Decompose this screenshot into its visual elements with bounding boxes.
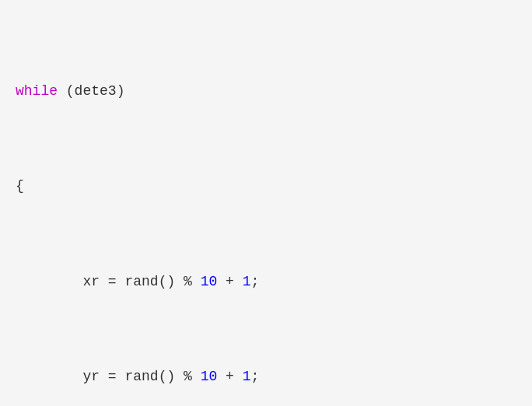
line-3: xr = rand() % 10 + 1; [16,270,516,294]
number-10b: 10 [201,369,218,384]
line-1: while (dete3) [16,79,516,103]
code-text: ; [250,274,259,289]
code-block: while (dete3) { xr = rand() % 10 + 1; yr… [16,8,516,406]
line-2: { [16,174,516,198]
code-text: (dete3) [58,83,124,99]
code-text: + [217,274,242,289]
number-10: 10 [201,274,218,289]
keyword-while: while [16,83,58,99]
code-text: xr = rand() % [16,274,201,289]
code-text: yr = rand() % [16,369,201,384]
number-1b: 1 [243,369,251,384]
code-text: { [16,178,24,194]
number-1: 1 [243,274,251,289]
code-container: while (dete3) { xr = rand() % 10 + 1; yr… [0,0,532,406]
code-text: ; [250,369,259,384]
code-text: + [217,369,242,384]
line-4: yr = rand() % 10 + 1; [16,365,516,389]
